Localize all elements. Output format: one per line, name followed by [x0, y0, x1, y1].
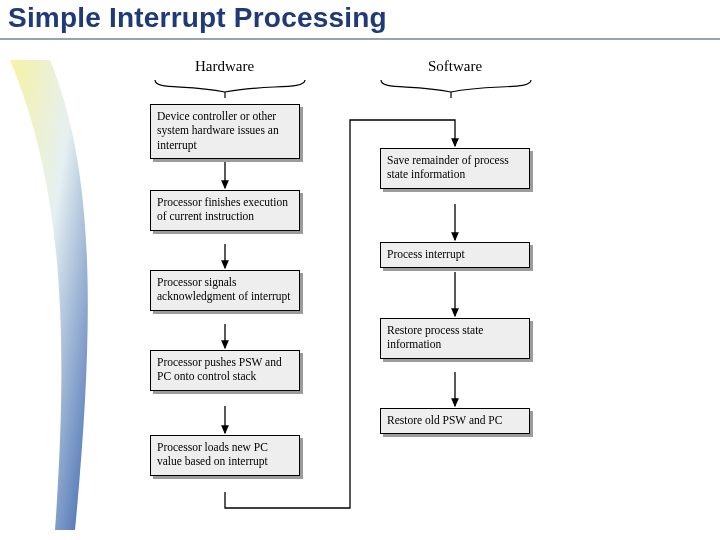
flow-arrows: [0, 40, 720, 540]
diagram-canvas: Hardware Software Device controller or o…: [0, 40, 720, 540]
page-title: Simple Interrupt Processing: [8, 2, 387, 34]
